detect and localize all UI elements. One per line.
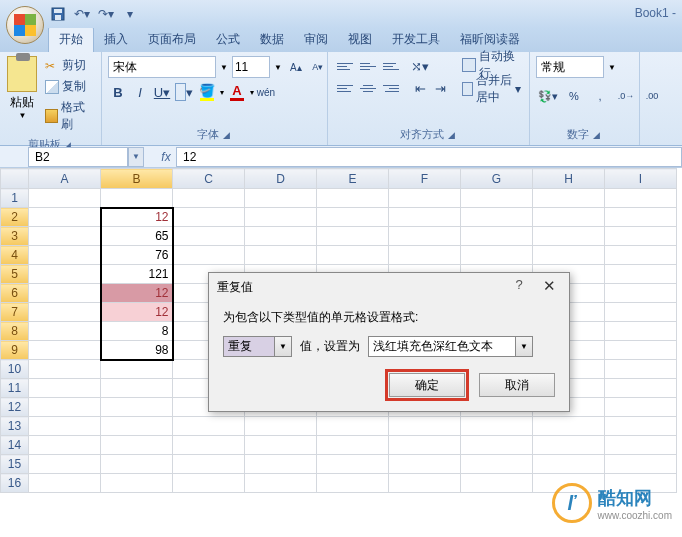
cell-B14[interactable] (101, 436, 173, 455)
cell-I15[interactable] (605, 455, 677, 474)
cell-F3[interactable] (389, 227, 461, 246)
chevron-down-icon[interactable]: ▼ (516, 336, 533, 357)
qat-customize[interactable]: ▾ (120, 4, 140, 24)
col-header-D[interactable]: D (245, 169, 317, 189)
cell-D2[interactable] (245, 208, 317, 227)
cell-B11[interactable] (101, 379, 173, 398)
paste-button[interactable]: 粘贴 ▼ (4, 54, 41, 122)
cell-A7[interactable] (29, 303, 101, 322)
cell-A4[interactable] (29, 246, 101, 265)
accounting-format-button[interactable]: 💱▾ (536, 86, 560, 106)
cancel-button[interactable]: 取消 (479, 373, 555, 397)
comma-button[interactable]: , (588, 86, 612, 106)
cell-H1[interactable] (533, 189, 605, 208)
cell-A15[interactable] (29, 455, 101, 474)
dialog-help-button[interactable]: ? (507, 277, 531, 297)
cell-E14[interactable] (317, 436, 389, 455)
col-header-I[interactable]: I (605, 169, 677, 189)
cell-F15[interactable] (389, 455, 461, 474)
cell-I8[interactable] (605, 322, 677, 341)
cell-A8[interactable] (29, 322, 101, 341)
cell-A13[interactable] (29, 417, 101, 436)
name-box-dropdown[interactable]: ▼ (128, 147, 144, 167)
cell-B7[interactable]: 12 (101, 303, 173, 322)
font-size-select[interactable] (232, 56, 270, 78)
cell-B2[interactable]: 12 (101, 208, 173, 227)
cell-D13[interactable] (245, 417, 317, 436)
cell-I5[interactable] (605, 265, 677, 284)
phonetic-button[interactable]: wén (256, 82, 276, 102)
cell-I6[interactable] (605, 284, 677, 303)
font-color-button[interactable]: A (226, 82, 248, 102)
decrease-indent-button[interactable]: ⇤ (410, 78, 430, 98)
fill-color-button[interactable]: 🪣 (196, 82, 218, 102)
align-center-button[interactable] (357, 78, 379, 98)
col-header-H[interactable]: H (533, 169, 605, 189)
cell-I9[interactable] (605, 341, 677, 360)
number-format-select[interactable] (536, 56, 604, 78)
cell-C4[interactable] (173, 246, 245, 265)
cell-C16[interactable] (173, 474, 245, 493)
cell-G2[interactable] (461, 208, 533, 227)
cell-A1[interactable] (29, 189, 101, 208)
decrease-decimal-button[interactable]: .00 (640, 86, 664, 106)
cell-F13[interactable] (389, 417, 461, 436)
align-left-button[interactable] (334, 78, 356, 98)
font-expand-icon[interactable]: ◢ (223, 130, 232, 140)
format-select[interactable] (368, 336, 516, 357)
cell-C2[interactable] (173, 208, 245, 227)
cell-D16[interactable] (245, 474, 317, 493)
cell-I3[interactable] (605, 227, 677, 246)
tab-2[interactable]: 页面布局 (138, 27, 206, 52)
cell-A12[interactable] (29, 398, 101, 417)
cell-I12[interactable] (605, 398, 677, 417)
row-header-7[interactable]: 7 (1, 303, 29, 322)
cell-G3[interactable] (461, 227, 533, 246)
row-header-3[interactable]: 3 (1, 227, 29, 246)
cell-E4[interactable] (317, 246, 389, 265)
ok-button[interactable]: 确定 (389, 373, 465, 397)
cell-A11[interactable] (29, 379, 101, 398)
cell-H13[interactable] (533, 417, 605, 436)
cell-G14[interactable] (461, 436, 533, 455)
row-header-6[interactable]: 6 (1, 284, 29, 303)
fx-icon[interactable]: fx (156, 150, 176, 164)
row-header-10[interactable]: 10 (1, 360, 29, 379)
office-button[interactable] (6, 6, 44, 44)
row-header-2[interactable]: 2 (1, 208, 29, 227)
increase-indent-button[interactable]: ⇥ (430, 78, 450, 98)
cell-A16[interactable] (29, 474, 101, 493)
cell-B16[interactable] (101, 474, 173, 493)
col-header-B[interactable]: B (101, 169, 173, 189)
cell-A3[interactable] (29, 227, 101, 246)
cell-I14[interactable] (605, 436, 677, 455)
format-painter-button[interactable]: 格式刷 (43, 98, 95, 134)
increase-font-button[interactable]: A▴ (286, 57, 306, 77)
cell-H14[interactable] (533, 436, 605, 455)
cell-E15[interactable] (317, 455, 389, 474)
copy-button[interactable]: 复制 (43, 77, 95, 96)
cell-A2[interactable] (29, 208, 101, 227)
cell-B6[interactable]: 12 (101, 284, 173, 303)
cell-C3[interactable] (173, 227, 245, 246)
cell-I1[interactable] (605, 189, 677, 208)
duplicate-type-select[interactable] (223, 336, 275, 357)
cell-B12[interactable] (101, 398, 173, 417)
cell-D4[interactable] (245, 246, 317, 265)
dialog-close-button[interactable]: ✕ (535, 277, 563, 297)
cell-A6[interactable] (29, 284, 101, 303)
increase-decimal-button[interactable]: .0→ (614, 86, 638, 106)
cell-H15[interactable] (533, 455, 605, 474)
cell-B1[interactable] (101, 189, 173, 208)
cell-B15[interactable] (101, 455, 173, 474)
row-header-9[interactable]: 9 (1, 341, 29, 360)
cell-I10[interactable] (605, 360, 677, 379)
cell-B8[interactable]: 8 (101, 322, 173, 341)
merge-center-button[interactable]: 合并后居中▾ (458, 78, 525, 100)
number-expand-icon[interactable]: ◢ (593, 130, 602, 140)
cell-G1[interactable] (461, 189, 533, 208)
row-header-8[interactable]: 8 (1, 322, 29, 341)
dialog-titlebar[interactable]: 重复值 ? ✕ (209, 273, 569, 301)
cell-E1[interactable] (317, 189, 389, 208)
cell-A9[interactable] (29, 341, 101, 360)
